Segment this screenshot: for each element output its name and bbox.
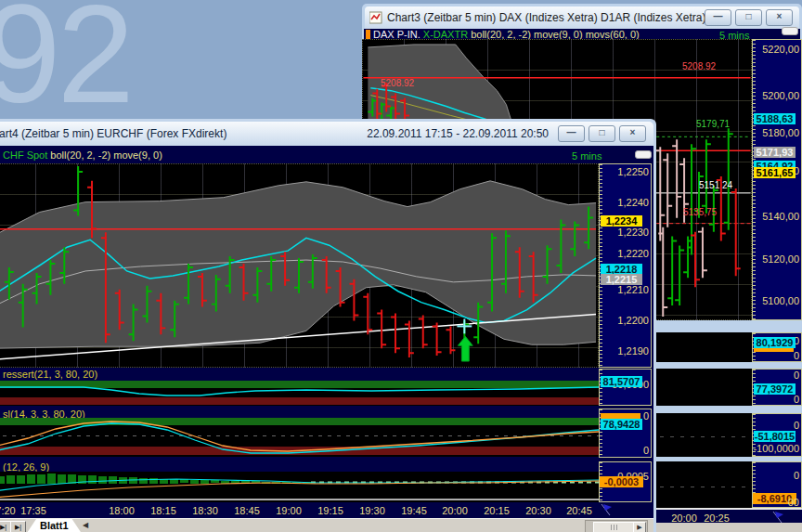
window-icon (369, 11, 382, 24)
sheet-tab-bar: ▶| ▶| Blatt1 ◀ ▶ (0, 518, 653, 532)
stochastic-panel-1 (0, 381, 599, 406)
macd-panel (0, 472, 599, 502)
stochastic-scale-1: 50,000081,5707 (599, 369, 652, 406)
buy-signal-cross-icon (457, 318, 472, 333)
chart4-date-range: 22.09.2011 17:15 - 22.09.2011 20:50 (367, 127, 549, 140)
h-scrollbar-thumb[interactable] (593, 522, 634, 532)
restore-icon[interactable]: □ (589, 125, 615, 142)
chart4-indicator-bar: CHF Spot boll(20, 2, -2) move(9, 0) 5 mi… (0, 149, 653, 163)
scroll-right-icon[interactable]: ▶ (633, 522, 646, 532)
chart4-title: art4 (Zeitbar 5 min) EURCHF (Forex FXdir… (0, 127, 226, 140)
chart3-title: Chart3 (Zeitbar 5 min) DAX (Indizes Xetr… (387, 11, 724, 24)
dax-indicator-scale-3: 0-51,8015-100,0000 (752, 413, 802, 457)
price-line-label: 5179,71 (696, 119, 730, 129)
stochastic-scale-2: 078,94280 (599, 409, 652, 458)
up-arrow-icon (458, 336, 472, 361)
dax-indicator-scale-1: 080,19290 (752, 332, 802, 362)
sheet-back-icon[interactable]: ◀ (83, 521, 88, 529)
price-line-label: 5151 24 (699, 180, 732, 190)
price-line-label: 5208.92 (682, 61, 716, 71)
chart4-titlebar[interactable]: art4 (Zeitbar 5 min) EURCHF (Forex FXdir… (0, 122, 653, 146)
macd-scale: 0,0005-0,0003 (599, 461, 652, 502)
scroll-thumb[interactable] (782, 27, 798, 35)
maximize-icon[interactable]: □ (735, 9, 762, 26)
chart3-titlebar[interactable]: Chart3 (Zeitbar 5 min) DAX (Indizes Xetr… (365, 6, 799, 29)
horizontal-scrollbar[interactable]: ▶ (585, 520, 648, 532)
dax-price-scale: 5220,005200,005188,635180,005171,935160,… (752, 39, 802, 320)
panel1-label: ressert(21, 3, 80, 20) (0, 369, 596, 381)
chart4-window: art4 (Zeitbar 5 min) EURCHF (Forex FXdir… (0, 119, 656, 532)
sheet-tab-blatt1[interactable]: Blatt1 (27, 519, 82, 532)
minimize-icon[interactable]: — (705, 9, 731, 26)
eurchf-price-scale: 1,22501,22401,22341,22301,22201,22181,22… (599, 163, 652, 368)
eurchf-time-axis: 7:2017:3518:0018:1518:3018:4519:0019:151… (0, 502, 599, 518)
close-icon[interactable]: × (619, 125, 646, 142)
eurchf-price-chart (0, 163, 599, 368)
stochastic-panel-2 (0, 418, 599, 457)
scroll-thumb[interactable] (635, 150, 652, 159)
minimize-icon[interactable]: — (558, 125, 585, 142)
timeframe-label: 5 mins (572, 150, 602, 162)
panel2-label: sl(14, 3, 3, 80, 20) (0, 409, 596, 418)
indicator-params: boll(20, 2, -2) move(9, 0) (50, 149, 162, 161)
series-name-eurchf: CHF Spot (3, 149, 47, 161)
dax-indicator-scale-4: 0-8,691000 (752, 461, 802, 508)
close-icon[interactable]: × (766, 9, 793, 26)
desktop-watermark: 92 (0, 0, 131, 135)
price-line-label: 5135,75 (683, 207, 717, 217)
flag-icon[interactable] (599, 503, 614, 517)
price-line-label: 5208.92 (381, 78, 414, 88)
dax-indicator-scale-2: 077,39720 (752, 369, 802, 406)
panel3-label: (12, 26, 9) (0, 461, 596, 472)
sheet-nav-next-icon[interactable]: ▶| (10, 521, 26, 532)
